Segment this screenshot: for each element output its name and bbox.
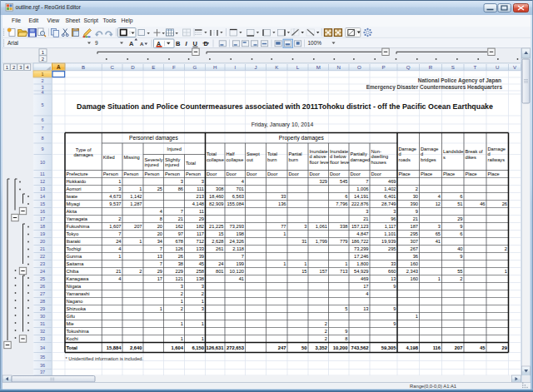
svg-text:111: 111 [197, 186, 204, 191]
svg-text:9: 9 [41, 146, 43, 151]
svg-text:55: 55 [457, 269, 462, 274]
svg-text:R: R [429, 64, 433, 70]
svg-text:15: 15 [301, 269, 306, 274]
svg-text:261: 261 [216, 246, 224, 251]
svg-text:Person: Person [186, 171, 201, 176]
svg-text:1,061: 1,061 [316, 224, 327, 229]
svg-text:13: 13 [391, 276, 396, 281]
svg-text:F: F [172, 64, 176, 70]
svg-text:30: 30 [413, 194, 418, 199]
svg-text:Killed: Killed [103, 155, 115, 160]
svg-text:1,607: 1,607 [109, 224, 121, 229]
svg-text:Yamanashi: Yamanashi [67, 291, 90, 296]
svg-text:Partially: Partially [351, 151, 367, 156]
svg-text:222,876: 222,876 [351, 201, 369, 206]
svg-text:1: 1 [202, 336, 204, 341]
svg-text:Property damages: Property damages [279, 135, 325, 141]
svg-text:Person: Person [124, 171, 139, 176]
svg-text:1: 1 [118, 254, 121, 259]
svg-text:32: 32 [40, 329, 45, 334]
svg-text:9: 9 [460, 254, 462, 259]
svg-text:295: 295 [411, 231, 419, 236]
svg-text:24: 24 [218, 261, 223, 266]
svg-text:Door: Door [267, 171, 277, 176]
svg-text:Place: Place [421, 171, 432, 176]
svg-text:Akita: Akita [67, 209, 77, 214]
svg-text:1: 1 [283, 261, 286, 266]
svg-text:Miyagi: Miyagi [67, 201, 80, 206]
svg-text:126: 126 [176, 246, 184, 251]
svg-text:267: 267 [411, 246, 419, 251]
svg-text:View: View [47, 17, 60, 23]
svg-text:198: 198 [237, 231, 245, 236]
svg-text:9: 9 [393, 321, 396, 326]
svg-text:21: 21 [363, 216, 368, 221]
svg-text:Prefecture: Prefecture [67, 171, 88, 176]
svg-text:36: 36 [413, 254, 418, 259]
svg-text:27: 27 [40, 291, 45, 296]
svg-text:Door: Door [207, 171, 217, 176]
svg-text:24,326: 24,326 [230, 239, 244, 244]
svg-text:2,640: 2,640 [130, 345, 142, 350]
svg-text:P: P [381, 64, 385, 70]
svg-text:Nagano: Nagano [67, 299, 83, 304]
svg-text:burn: burn [267, 157, 276, 162]
svg-text:Kanagawa: Kanagawa [67, 276, 90, 281]
svg-text:Aomori: Aomori [67, 186, 82, 191]
svg-text:Tokyo: Tokyo [67, 231, 79, 236]
svg-text:T: T [474, 64, 477, 70]
svg-text:186,722: 186,722 [351, 239, 369, 244]
svg-text:B: B [176, 40, 181, 47]
svg-text:3: 3 [202, 306, 204, 311]
svg-text:258: 258 [197, 269, 205, 274]
svg-text:Script: Script [84, 17, 98, 24]
svg-text:* Unidentified information is: * Unidentified information is included. [66, 356, 144, 361]
svg-text:9: 9 [460, 224, 462, 229]
svg-text:2,628: 2,628 [212, 239, 223, 244]
svg-text:Place: Place [399, 171, 411, 176]
svg-text:295: 295 [388, 246, 396, 251]
svg-text:C: C [110, 64, 114, 70]
svg-text:Q: Q [406, 64, 411, 70]
svg-text:13: 13 [363, 306, 368, 311]
svg-text:Emergency Disaster Countermeas: Emergency Disaster Countermeasures Headq… [366, 84, 503, 91]
svg-text:678: 678 [176, 239, 184, 244]
svg-text:17: 17 [157, 276, 162, 281]
svg-text:73,293: 73,293 [230, 224, 244, 229]
svg-text:Niigata: Niigata [67, 284, 82, 289]
svg-text:B: B [82, 64, 85, 70]
svg-text:31: 31 [301, 239, 306, 244]
svg-text:3: 3 [393, 209, 396, 214]
svg-text:Sheet: Sheet [66, 17, 81, 23]
svg-text:2: 2 [460, 276, 462, 281]
svg-text:97: 97 [178, 231, 183, 236]
svg-text:H: H [213, 64, 217, 70]
svg-text:1: 1 [438, 276, 441, 281]
svg-text:50: 50 [301, 345, 306, 350]
svg-text:1: 1 [181, 336, 183, 341]
svg-text:162: 162 [176, 224, 184, 229]
svg-text:36: 36 [40, 363, 45, 368]
svg-text:54,929: 54,929 [354, 269, 368, 274]
svg-text:96: 96 [391, 216, 396, 221]
svg-text:4: 4 [118, 246, 121, 251]
svg-text:Person: Person [103, 171, 118, 176]
svg-text:Injured: Injured [167, 146, 182, 151]
svg-text:Break of: Break of [466, 149, 484, 154]
svg-text:d above: d above [310, 154, 326, 159]
svg-text:45: 45 [480, 345, 486, 350]
svg-text:2,118: 2,118 [232, 246, 244, 251]
svg-text:8: 8 [41, 136, 43, 141]
svg-text:801: 801 [216, 269, 224, 274]
svg-text:743,562: 743,562 [351, 345, 369, 350]
svg-text:39: 39 [199, 254, 204, 259]
svg-text:20: 20 [157, 224, 162, 229]
svg-text:3: 3 [181, 284, 183, 289]
svg-text:13: 13 [40, 186, 45, 191]
svg-text:17,246: 17,246 [354, 254, 368, 259]
svg-text:2: 2 [325, 336, 327, 341]
svg-text:34: 34 [157, 239, 162, 244]
svg-text:dikes: dikes [466, 155, 476, 160]
svg-text:40: 40 [457, 246, 462, 251]
svg-text:railways: railways [488, 157, 506, 162]
